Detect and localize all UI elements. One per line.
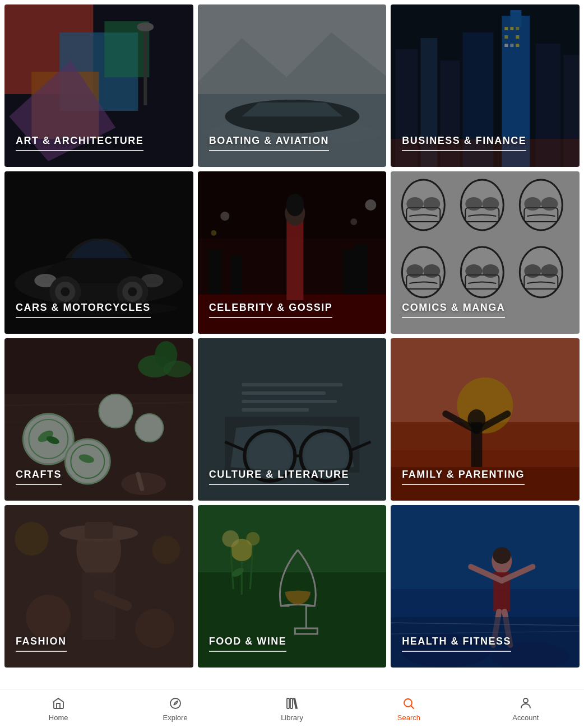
nav-home[interactable]: Home [0, 696, 117, 722]
category-card-celebrity-gossip[interactable]: CELEBRITY & GOSSIP [198, 171, 387, 334]
category-card-boating-aviation[interactable]: BOATING & AVIATION [198, 4, 387, 167]
card-label-fashion: FASHION [16, 636, 67, 652]
home-icon [51, 696, 66, 711]
card-label-wrapper: BOATING & AVIATION [209, 135, 376, 151]
card-label-wrapper: CELEBRITY & GOSSIP [209, 302, 376, 318]
card-label-wrapper: ART & ARCHITECTURE [16, 135, 182, 151]
svg-point-174 [523, 698, 528, 703]
card-label-business-finance: BUSINESS & FINANCE [402, 135, 526, 151]
card-label-wrapper: FASHION [16, 636, 182, 652]
card-label-boating-aviation: BOATING & AVIATION [209, 135, 329, 151]
nav-account-label: Account [512, 713, 539, 722]
svg-point-170 [170, 698, 180, 708]
category-card-business-finance[interactable]: BUSINESS & FINANCE [391, 4, 580, 167]
svg-rect-171 [287, 698, 289, 708]
nav-account[interactable]: Account [467, 696, 584, 722]
svg-point-173 [404, 699, 412, 707]
card-label-culture-literature: CULTURE & LITERATURE [209, 469, 349, 485]
nav-explore-label: Explore [163, 713, 188, 722]
account-icon [518, 696, 533, 711]
card-label-art-architecture: ART & ARCHITECTURE [16, 135, 143, 151]
category-grid: ART & ARCHITECTURE [0, 0, 584, 672]
nav-library-label: Library [281, 713, 303, 722]
card-label-wrapper: FAMILY & PARENTING [402, 469, 568, 485]
card-label-celebrity-gossip: CELEBRITY & GOSSIP [209, 302, 333, 318]
bottom-nav: Home Explore Library Search [0, 689, 584, 728]
svg-rect-172 [290, 698, 293, 708]
card-label-wrapper: HEALTH & FITNESS [402, 636, 568, 652]
card-label-health-fitness: HEALTH & FITNESS [402, 636, 511, 652]
explore-icon [168, 696, 183, 711]
category-card-food-wine[interactable]: FOOD & WINE [198, 505, 387, 668]
category-card-comics-manga[interactable]: COMICS & MANGA [391, 171, 580, 334]
card-label-cars-motorcycles: CARS & MOTORCYCLES [16, 302, 151, 318]
nav-search[interactable]: Search [350, 696, 467, 722]
category-card-crafts[interactable]: CRAFTS [4, 338, 193, 501]
category-card-cars-motorcycles[interactable]: CARS & MOTORCYCLES [4, 171, 193, 334]
category-card-family-parenting[interactable]: FAMILY & PARENTING [391, 338, 580, 501]
card-label-wrapper: CULTURE & LITERATURE [209, 469, 376, 485]
category-card-fashion[interactable]: FASHION [4, 505, 193, 668]
library-icon [285, 696, 299, 711]
category-card-health-fitness[interactable]: HEALTH & FITNESS [391, 505, 580, 668]
card-label-family-parenting: FAMILY & PARENTING [402, 469, 525, 485]
nav-library[interactable]: Library [234, 696, 350, 722]
card-label-comics-manga: COMICS & MANGA [402, 302, 505, 318]
main-content: ART & ARCHITECTURE [0, 0, 584, 717]
card-label-wrapper: FOOD & WINE [209, 636, 376, 652]
card-label-crafts: CRAFTS [16, 469, 62, 485]
card-label-wrapper: COMICS & MANGA [402, 302, 568, 318]
card-label-wrapper: BUSINESS & FINANCE [402, 135, 568, 151]
card-label-food-wine: FOOD & WINE [209, 636, 287, 652]
card-label-wrapper: CRAFTS [16, 469, 182, 485]
nav-explore[interactable]: Explore [117, 696, 233, 722]
category-card-art-architecture[interactable]: ART & ARCHITECTURE [4, 4, 193, 167]
nav-search-label: Search [397, 713, 420, 722]
search-icon [401, 696, 416, 711]
category-card-culture-literature[interactable]: CULTURE & LITERATURE [198, 338, 387, 501]
card-label-wrapper: CARS & MOTORCYCLES [16, 302, 182, 318]
nav-home-label: Home [49, 713, 68, 722]
